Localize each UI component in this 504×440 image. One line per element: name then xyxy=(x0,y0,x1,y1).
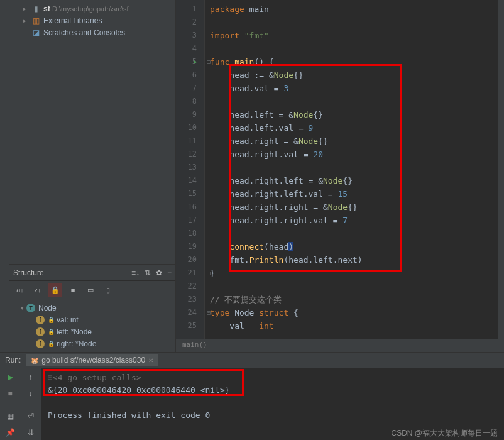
library-icon: ▥ xyxy=(31,16,41,25)
run-tab[interactable]: 🐹 go build sf/newclass2/class030 ✕ xyxy=(26,354,158,366)
field-badge-icon: f xyxy=(36,316,45,324)
breadcrumb-item[interactable]: main() xyxy=(182,341,207,349)
breadcrumb[interactable]: main() xyxy=(176,339,504,352)
output-line: &{20 0xc000046420 0xc000046440 <nil>} xyxy=(48,385,230,395)
structure-tree[interactable]: ▾ T Node f 🔒 val: int f 🔒 left: *Node f … xyxy=(9,299,175,352)
chevron-right-icon[interactable]: ▸ xyxy=(23,18,30,24)
scratches-label: Scratches and Consoles xyxy=(43,28,125,37)
project-root-name: sf xyxy=(43,4,50,13)
structure-field-label: right: *Node xyxy=(57,339,96,348)
lock-icon: 🔒 xyxy=(48,317,55,323)
close-icon[interactable]: ✕ xyxy=(148,357,153,364)
structure-field-item[interactable]: f 🔒 val: int xyxy=(9,314,175,326)
output-line: <4 go setup calls> xyxy=(53,373,141,382)
run-toolbar-left2: ↑ ↓ ⏎ ⇊ xyxy=(20,368,41,440)
structure-node-label: Node xyxy=(38,304,57,312)
structure-toolbar: a↓ z↓ 🔒 ■ ▭ ▯ xyxy=(9,280,175,299)
run-gutter-icon[interactable]: 5 xyxy=(176,55,204,69)
chevron-right-icon[interactable]: ▸ xyxy=(23,6,30,12)
private-icon[interactable]: 🔒 xyxy=(48,283,62,297)
scratches-icon: ◪ xyxy=(31,28,41,37)
structure-field-label: val: int xyxy=(57,316,79,324)
output-line: Process finished with exit code 0 xyxy=(48,410,210,420)
gear-icon[interactable]: ✿ xyxy=(156,268,162,277)
lock-icon: 🔒 xyxy=(48,341,55,347)
down-icon[interactable]: ↓ xyxy=(25,388,37,399)
run-tab-label: go build sf/newclass2/class030 xyxy=(41,356,145,365)
structure-field-label: left: *Node xyxy=(57,327,92,336)
structure-field-item[interactable]: f 🔒 left: *Node xyxy=(9,326,175,338)
code-editor[interactable]: package main import "fmt" ⊟func main() {… xyxy=(205,0,504,352)
run-header: Run: 🐹 go build sf/newclass2/class030 ✕ xyxy=(0,353,504,368)
project-root-path: D:\mysetup\gopath\src\sf xyxy=(52,5,129,13)
rerun-button[interactable]: ▶ xyxy=(4,371,16,383)
type-badge-icon: T xyxy=(26,304,35,312)
fold-icon[interactable]: ⊟ xyxy=(207,267,211,280)
sort-az-icon[interactable]: a↓ xyxy=(13,283,27,297)
minimize-icon[interactable]: − xyxy=(167,268,172,277)
scroll-icon[interactable]: ⇊ xyxy=(25,427,37,438)
fold-icon[interactable]: ⊟ xyxy=(207,306,211,319)
structure-title: Structure xyxy=(13,268,44,277)
folder-icon: ▮ xyxy=(31,4,41,13)
field-badge-icon: f xyxy=(36,339,45,348)
wrap-icon[interactable]: ⏎ xyxy=(25,410,37,422)
run-toolbar-left: ▶ ■ ▦ 📌 xyxy=(0,368,20,440)
public-icon[interactable]: ▯ xyxy=(101,283,115,297)
structure-panel: Structure ≡↓ ⇅ ✿ − a↓ z↓ 🔒 ■ ▭ ▯ ▾ T xyxy=(9,264,175,352)
go-icon: 🐹 xyxy=(31,357,38,364)
up-icon[interactable]: ↑ xyxy=(25,371,37,383)
structure-node-item[interactable]: ▾ T Node xyxy=(9,302,175,314)
lock-icon: 🔒 xyxy=(48,329,55,335)
run-label: Run: xyxy=(5,356,21,365)
structure-field-item[interactable]: f 🔒 right: *Node xyxy=(9,338,175,349)
chevron-down-icon[interactable]: ▾ xyxy=(21,305,24,311)
protected-icon[interactable]: ■ xyxy=(66,283,80,297)
external-libraries-item[interactable]: ▸ ▥ External Libraries xyxy=(9,14,175,26)
project-tree[interactable]: ▸ ▮ sf D:\mysetup\gopath\src\sf ▸ ▥ Exte… xyxy=(9,0,175,51)
sort-icon[interactable]: ≡↓ xyxy=(131,268,140,277)
sort-za-icon[interactable]: z↓ xyxy=(31,283,45,297)
external-libraries-label: External Libraries xyxy=(43,16,102,25)
project-root-item[interactable]: ▸ ▮ sf D:\mysetup\gopath\src\sf xyxy=(9,3,175,14)
field-badge-icon: f xyxy=(36,327,45,336)
structure-header: Structure ≡↓ ⇅ ✿ − xyxy=(9,265,175,280)
package-icon[interactable]: ▭ xyxy=(84,283,97,297)
text-cursor: ) xyxy=(288,242,293,251)
left-gutter-strip xyxy=(0,0,9,352)
layout-icon[interactable]: ▦ xyxy=(4,410,16,422)
pin-icon[interactable]: 📌 xyxy=(4,427,16,438)
editor-scrollbar[interactable] xyxy=(498,0,504,339)
expand-icon[interactable]: ⇅ xyxy=(145,268,151,277)
editor-panel: 1 2 3 4 5 6 7 8 9 10 11 12 13 14 15 16 1… xyxy=(176,0,504,352)
scratches-item[interactable]: ◪ Scratches and Consoles xyxy=(9,26,175,38)
project-panel: ▸ ▮ sf D:\mysetup\gopath\src\sf ▸ ▥ Exte… xyxy=(9,0,176,352)
stop-button[interactable]: ■ xyxy=(4,388,16,399)
watermark: CSDN @福大大架构师每日一题 xyxy=(391,428,498,439)
fold-icon[interactable]: ⊟ xyxy=(207,55,211,69)
editor-gutter[interactable]: 1 2 3 4 5 6 7 8 9 10 11 12 13 14 15 16 1… xyxy=(176,0,205,352)
run-panel: Run: 🐹 go build sf/newclass2/class030 ✕ … xyxy=(0,352,504,440)
